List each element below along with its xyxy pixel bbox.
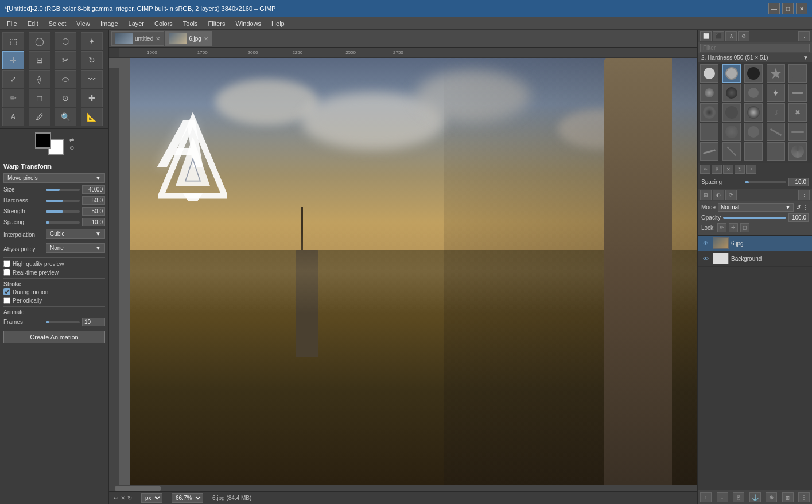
layer-item-2[interactable]: 👁 Background [698,251,812,267]
history-btn[interactable]: ↻ [127,495,132,501]
tool-perspective[interactable]: ⬭ [55,70,76,88]
layer-menu-btn[interactable]: ⋮ [798,492,810,502]
minimize-button[interactable]: — [768,3,780,14]
tab-close-2[interactable]: ✕ [204,36,208,42]
layers-menu-btn[interactable]: ⋮ [798,190,810,200]
canvas-content[interactable]: A [130,58,697,485]
close-button[interactable]: ✕ [796,3,807,14]
brush-item-16[interactable] [700,123,718,141]
brush-tool-1[interactable]: ⬜ [700,31,712,41]
rt-preview-label[interactable]: Real-time preview [13,269,59,276]
tool-scale[interactable]: ⤢ [2,70,24,88]
periodically-checkbox[interactable] [3,297,10,304]
interpolation-dropdown[interactable]: Cubic ▼ [46,229,105,239]
brush-item-4[interactable] [767,64,785,83]
brush-item-3[interactable] [744,64,763,83]
zoom-select[interactable]: 66.7% [172,493,203,503]
size-value[interactable]: 40.00 [82,185,105,194]
image-tab-2[interactable]: 6.jpg ✕ [165,31,212,46]
frames-slider[interactable] [46,321,80,323]
redo-btn[interactable]: ✕ [121,495,125,501]
maximize-button[interactable]: □ [782,3,794,14]
spacing-value[interactable]: 10.0 [82,218,105,226]
brush-del-btn[interactable]: ✕ [723,165,733,174]
opacity-slider[interactable] [723,217,786,219]
merge-visible-btn[interactable]: ⊕ [766,492,777,502]
strength-value[interactable]: 50.0 [82,207,105,216]
lock-position-btn[interactable]: ✛ [729,223,738,232]
tool-colorpick[interactable]: 🖉 [29,108,50,126]
brush-item-18[interactable] [744,123,763,141]
size-slider[interactable] [46,189,80,191]
rt-preview-checkbox[interactable] [3,269,10,276]
tool-align[interactable]: ⊟ [29,51,50,69]
tool-measure[interactable]: 📐 [81,108,103,126]
brush-dup-btn[interactable]: ⎘ [712,165,722,174]
menu-tools[interactable]: Tools [178,19,203,28]
layers-mode-icon[interactable]: ⊟ [700,190,712,200]
layer-eye-1[interactable]: 👁 [701,239,710,248]
during-motion-label[interactable]: During motion [13,289,48,295]
menu-windows[interactable]: Windows [231,19,266,28]
undo-btn[interactable]: ↩ [114,495,118,501]
brush-item-24[interactable] [767,142,785,161]
brush-header-menu[interactable]: ▼ [803,54,809,61]
brush-item-9[interactable]: ✦ [767,84,785,102]
tool-warp[interactable]: 〰 [81,70,103,88]
brush-tool-settings[interactable]: ⚙ [738,31,749,41]
hardness-slider[interactable] [46,200,80,202]
brush-item-11[interactable] [700,103,718,122]
brush-item-8[interactable] [744,84,763,102]
brush-item-20[interactable] [788,123,807,141]
during-motion-checkbox[interactable] [3,288,10,295]
brush-item-7[interactable] [722,84,741,102]
tool-text[interactable]: Ａ [2,108,24,126]
layer-eye-2[interactable]: 👁 [701,254,710,263]
tool-select-ellipse[interactable]: ◯ [29,32,50,50]
tool-heal[interactable]: ✚ [81,89,103,107]
menu-help[interactable]: Help [267,19,289,28]
brush-panel-menu[interactable]: ⋮ [798,31,810,41]
strength-slider[interactable] [46,210,80,213]
menu-image[interactable]: Image [96,19,123,28]
frames-value[interactable]: 10 [82,318,105,326]
brush-item-2[interactable] [722,64,741,83]
brush-filter-input[interactable] [700,44,810,52]
tool-select-rect[interactable]: ⬚ [2,32,24,50]
spacing-value-brush[interactable]: 10.0 [788,178,809,186]
periodically-label[interactable]: Periodically [13,298,42,304]
anchor-layer-btn[interactable]: ⚓ [749,492,761,502]
hq-preview-checkbox[interactable] [3,260,10,267]
hq-preview-label[interactable]: High quality preview [13,261,64,267]
menu-view[interactable]: View [72,19,95,28]
brush-item-14[interactable]: ☽ [767,103,785,122]
menu-colors[interactable]: Colors [150,19,177,28]
raise-layer-btn[interactable]: ↓ [717,492,728,502]
abyss-dropdown[interactable]: None ▼ [46,243,105,253]
layer-item-1[interactable]: 👁 6.jpg [698,236,812,251]
brush-spacing-slider[interactable] [745,181,786,183]
layers-channels-icon[interactable]: ◐ [713,190,724,200]
tool-eraser[interactable]: ◻ [29,89,50,107]
tool-rotate[interactable]: ↻ [81,51,103,69]
brush-item-25[interactable] [788,142,807,161]
brush-item-12[interactable] [722,103,741,122]
brush-item-5[interactable] [788,64,807,83]
tool-crop[interactable]: ✂ [55,51,76,69]
create-animation-button[interactable]: Create Animation [3,331,105,343]
reset-colors-btn[interactable]: ⊙ [69,144,74,151]
brush-item-13[interactable] [744,103,763,122]
tool-select-free[interactable]: ⬡ [55,32,76,50]
lock-alpha-btn[interactable]: ◻ [740,223,749,232]
layers-paths-icon[interactable]: ⟳ [725,190,737,200]
brush-tool-2[interactable]: ⬛ [713,31,724,41]
brush-item-19[interactable] [767,123,785,141]
swap-colors-btn[interactable]: ⇄ [69,137,74,143]
scrollbar-thumb-h[interactable] [115,486,161,491]
tool-move[interactable]: ✛ [2,51,24,69]
brush-item-17[interactable] [722,123,741,141]
layers-mode-reset[interactable]: ↺ [796,204,801,210]
tool-zoom[interactable]: 🔍 [55,108,76,126]
brush-tool-3[interactable]: Ａ [725,31,737,41]
tab-close-1[interactable]: ✕ [156,36,160,42]
